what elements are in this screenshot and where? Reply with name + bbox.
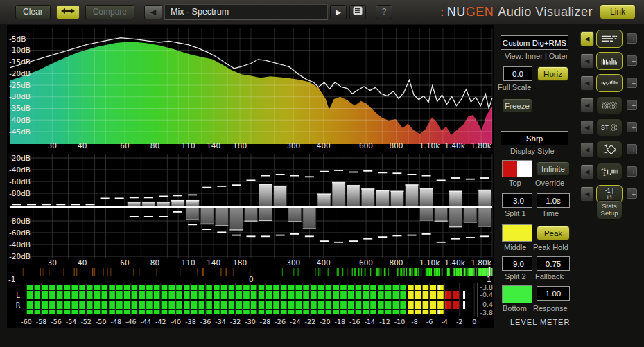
svg-text:30: 30: [48, 258, 57, 267]
level-meter-display: LR-3.8-0.4-0.4-3.8-60-58-56-54-52-50-48-…: [7, 283, 494, 328]
correlation-spectrum-icon[interactable]: +1 -1: [596, 163, 623, 181]
preset-menu-button[interactable]: [349, 5, 366, 19]
svg-text:60: 60: [120, 141, 129, 150]
svg-text:600: 600: [359, 141, 373, 150]
override-button[interactable]: Infinite: [537, 161, 570, 176]
svg-text:-16: -16: [349, 318, 360, 326]
svg-text:140: 140: [207, 258, 220, 267]
middle-color-swatch[interactable]: [502, 224, 532, 242]
svg-text:-45dB: -45dB: [9, 127, 31, 136]
rack-arrow-1[interactable]: ◀: [580, 31, 594, 46]
svg-text:-58: -58: [36, 318, 47, 326]
svg-text:-40dB: -40dB: [9, 240, 31, 249]
top-color-swatch[interactable]: [502, 160, 532, 177]
link-button[interactable]: Link: [600, 4, 636, 19]
preset-name-field[interactable]: Mix - Spectrum: [164, 4, 328, 20]
hist-center-line: [10, 206, 492, 208]
svg-text:-24: -24: [290, 318, 301, 326]
response-label: Response: [533, 304, 568, 312]
rack-add-6[interactable]: +: [627, 144, 637, 154]
double-arrow-icon: [61, 7, 75, 17]
bottom-label: Bottom: [503, 304, 527, 312]
svg-text:800: 800: [389, 258, 403, 267]
rack-add-1[interactable]: +: [627, 33, 637, 44]
freeze-button[interactable]: Freeze: [502, 98, 532, 113]
full-scale-label: Full Scale: [498, 83, 531, 91]
svg-text:-10: -10: [394, 318, 406, 326]
rack-arrow-7[interactable]: ◀: [580, 164, 594, 179]
svg-text:-52: -52: [80, 318, 92, 326]
rack-row-stereo-spectrogram: ◀ ST +: [579, 118, 644, 136]
rack-arrow-3[interactable]: ◀: [580, 75, 594, 91]
split2-label: Split 2: [505, 272, 526, 281]
display-style-label: Display Style: [510, 147, 555, 155]
svg-text:-40dB: -40dB: [9, 166, 31, 174]
rack-arrow-5[interactable]: ◀: [580, 120, 594, 135]
peak-hold-button[interactable]: Peak: [537, 226, 570, 240]
meter-grid: [26, 283, 474, 316]
stats-line1: Stats: [602, 202, 617, 210]
rack-row-spectrogram: ◀ +: [579, 96, 644, 114]
svg-text:1.80k: 1.80k: [471, 141, 491, 150]
preset-next-button[interactable]: ▶: [330, 5, 347, 19]
spectrum-bars-icon[interactable]: [596, 52, 623, 70]
svg-text:1: 1: [487, 275, 491, 283]
rack-add-3[interactable]: +: [627, 78, 637, 88]
display-area: -5dB-10dB-15dB-20dB-25dB-30dB-35dB-40dB-…: [7, 25, 494, 328]
full-scale-value-box[interactable]: 0.0: [503, 66, 532, 81]
logo-dots-icon: :: [440, 6, 444, 19]
rack-add-8[interactable]: +: [627, 188, 637, 199]
svg-text:-3.8: -3.8: [480, 283, 493, 291]
correlation-display: -101: [7, 267, 494, 283]
svg-text:140: 140: [207, 141, 220, 150]
rack-add-2[interactable]: +: [627, 55, 637, 66]
clear-button[interactable]: Clear: [15, 5, 51, 19]
rack-arrow-8[interactable]: ◀: [580, 186, 594, 202]
preset-prev-button[interactable]: ◀: [144, 5, 162, 19]
mode-value-box[interactable]: Custom Dig+RMS: [501, 35, 568, 50]
svg-text:-35dB: -35dB: [9, 104, 31, 112]
split1-value-box[interactable]: -3.0: [502, 193, 532, 208]
correlation-range-label: -1 | +1: [601, 187, 618, 201]
level-meter-icon[interactable]: [596, 30, 623, 48]
svg-text:-60dB: -60dB: [9, 177, 31, 186]
svg-text:-25dB: -25dB: [9, 81, 31, 89]
svg-text:-80dB: -80dB: [9, 217, 31, 225]
rack-arrow-4[interactable]: ◀: [580, 98, 594, 113]
svg-text:0: 0: [249, 275, 254, 283]
svg-text:-0.4: -0.4: [480, 291, 493, 299]
help-button[interactable]: ?: [376, 5, 392, 19]
svg-text:80: 80: [150, 141, 159, 150]
hist-freq-labels: 304060801101401803004006008001.10k1.40k1…: [48, 258, 492, 267]
svg-text:1.40k: 1.40k: [444, 141, 465, 150]
fallback-value-box[interactable]: 0.75: [537, 256, 570, 271]
stats-setup-button[interactable]: Stats Setup: [596, 200, 623, 220]
plugin-window: Clear Compare ◀ Mix - Spectrum ▶ ? : NUG…: [0, 0, 644, 347]
svg-text:60: 60: [120, 258, 129, 267]
compare-button[interactable]: Compare: [85, 5, 134, 19]
time-value-box[interactable]: 1.0s: [537, 193, 570, 208]
rack-arrow-6[interactable]: ◀: [580, 142, 594, 157]
display-style-value-box[interactable]: Shrp: [501, 131, 568, 145]
split2-value-box[interactable]: -9.0: [502, 256, 532, 271]
spectrogram-icon[interactable]: [596, 96, 623, 114]
rack-add-5[interactable]: +: [627, 122, 637, 132]
rack-add-7[interactable]: +: [627, 166, 637, 177]
rack-add-4[interactable]: +: [627, 100, 637, 110]
svg-text:110: 110: [182, 141, 195, 150]
vectorscope-icon[interactable]: [596, 141, 623, 159]
svg-text:-56: -56: [51, 318, 62, 326]
rack-arrow-2[interactable]: ◀: [580, 53, 594, 69]
svg-text:1.10k: 1.10k: [419, 141, 440, 150]
horiz-button[interactable]: Horiz: [537, 66, 568, 81]
response-value-box[interactable]: 1.00: [537, 286, 570, 301]
display-rack: ◀ + ◀ + ◀ + ◀ +: [579, 25, 644, 330]
bottom-color-swatch[interactable]: [502, 285, 532, 303]
svg-text:-48: -48: [110, 318, 121, 326]
svg-text:180: 180: [233, 258, 247, 267]
swap-ab-button[interactable]: [56, 5, 80, 19]
stereo-spectrogram-icon[interactable]: ST: [596, 118, 623, 136]
svg-text:-26: -26: [275, 318, 286, 326]
svg-text:R: R: [16, 301, 21, 309]
spectrum-dots-icon[interactable]: [596, 74, 623, 92]
